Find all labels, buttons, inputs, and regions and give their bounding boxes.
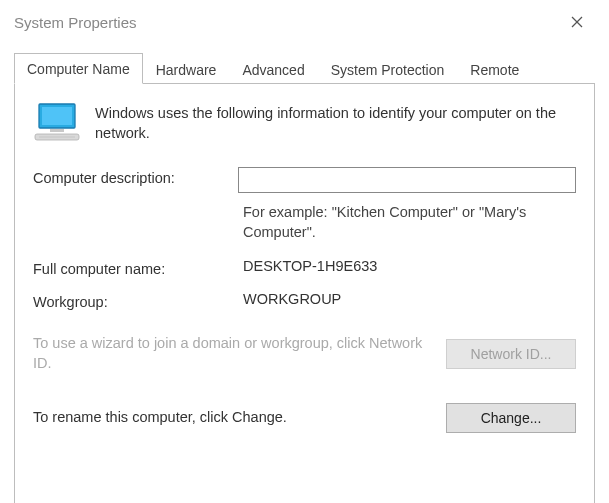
network-id-text: To use a wizard to join a domain or work… — [33, 334, 426, 373]
workgroup-value: WORKGROUP — [243, 291, 576, 307]
svg-rect-3 — [42, 107, 72, 125]
rename-text: To rename this computer, click Change. — [33, 408, 426, 428]
description-input[interactable] — [238, 167, 576, 193]
description-hint: For example: "Kitchen Computer" or "Mary… — [243, 203, 583, 242]
description-label: Computer description: — [33, 167, 238, 186]
tab-computer-name[interactable]: Computer Name — [14, 53, 143, 84]
svg-rect-4 — [50, 129, 64, 132]
intro-text: Windows uses the following information t… — [95, 102, 576, 143]
tab-strip: Computer Name Hardware Advanced System P… — [14, 52, 595, 83]
change-button[interactable]: Change... — [446, 403, 576, 433]
tab-hardware[interactable]: Hardware — [143, 54, 230, 84]
tab-panel-computer-name: Windows uses the following information t… — [14, 83, 595, 503]
computer-icon — [33, 102, 81, 147]
tab-advanced[interactable]: Advanced — [229, 54, 317, 84]
workgroup-label: Workgroup: — [33, 291, 243, 310]
tab-remote[interactable]: Remote — [457, 54, 532, 84]
full-name-value: DESKTOP-1H9E633 — [243, 258, 576, 274]
full-name-label: Full computer name: — [33, 258, 243, 277]
network-id-button: Network ID... — [446, 339, 576, 369]
window-title: System Properties — [14, 14, 137, 31]
close-icon[interactable] — [557, 8, 597, 36]
tab-system-protection[interactable]: System Protection — [318, 54, 458, 84]
